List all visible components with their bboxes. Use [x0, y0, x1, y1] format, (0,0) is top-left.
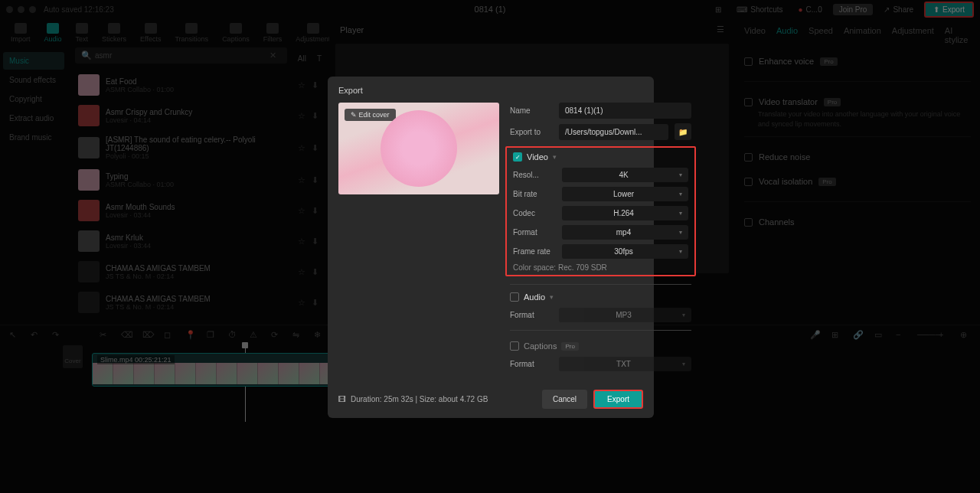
name-label: Name — [510, 106, 553, 115]
export-to-input[interactable] — [559, 124, 668, 140]
format-label: Format — [513, 228, 556, 237]
dialog-title: Export — [338, 86, 643, 95]
framerate-label: Frame rate — [513, 247, 556, 256]
audio-format-label: Format — [510, 311, 553, 319]
video-settings-section: ✓ Video ▾ Resol... 4K▾ Bit rate Lower▾ C… — [505, 146, 696, 276]
edit-cover-button[interactable]: ✎ Edit cover — [345, 109, 396, 121]
bitrate-label: Bit rate — [513, 190, 556, 198]
cover-preview: ✎ Edit cover — [338, 103, 499, 194]
cancel-button[interactable]: Cancel — [542, 390, 587, 409]
export-info: 🎞 Duration: 25m 32s | Size: about 4.72 G… — [338, 395, 488, 403]
codec-label: Codec — [513, 209, 556, 217]
export-dialog: Export ✎ Edit cover Name Export to 📁 ✓ V… — [328, 77, 654, 418]
bitrate-dropdown[interactable]: Lower▾ — [562, 187, 688, 201]
name-input[interactable] — [559, 103, 691, 119]
pro-badge: Pro — [561, 342, 578, 351]
resolution-label: Resol... — [513, 171, 556, 179]
codec-dropdown[interactable]: H.264▾ — [562, 206, 688, 220]
video-checkbox[interactable]: ✓ — [513, 152, 522, 162]
captions-format-label: Format — [510, 360, 553, 368]
audio-section-title: Audio — [524, 292, 545, 302]
resolution-dropdown[interactable]: 4K▾ — [562, 168, 688, 182]
video-section-title: Video — [527, 152, 548, 162]
framerate-dropdown[interactable]: 30fps▾ — [562, 244, 688, 259]
captions-format-dropdown[interactable]: TXT▾ — [559, 357, 691, 371]
export-confirm-button[interactable]: Export — [593, 390, 643, 409]
captions-checkbox[interactable] — [510, 341, 519, 351]
format-dropdown[interactable]: mp4▾ — [562, 225, 688, 240]
captions-label: Captions — [524, 341, 557, 351]
chevron-down-icon[interactable]: ▾ — [550, 293, 554, 301]
audio-settings-section: Audio ▾ Format MP3▾ Captions Pro Format … — [510, 284, 691, 371]
film-icon: 🎞 — [338, 395, 346, 403]
color-space-info: Color space: Rec. 709 SDR — [513, 263, 688, 272]
chevron-down-icon[interactable]: ▾ — [553, 153, 557, 161]
export-to-label: Export to — [510, 128, 553, 136]
audio-format-dropdown[interactable]: MP3▾ — [559, 308, 691, 322]
audio-checkbox[interactable] — [510, 292, 519, 302]
folder-icon[interactable]: 📁 — [675, 123, 691, 140]
